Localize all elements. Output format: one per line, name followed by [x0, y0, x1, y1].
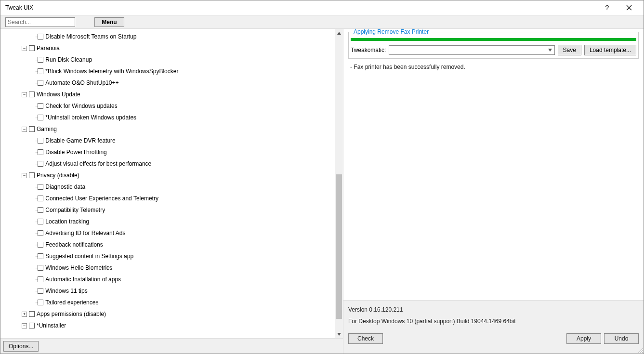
scroll-up-icon[interactable]: [335, 29, 343, 37]
save-button[interactable]: Save: [558, 45, 581, 55]
tree-item[interactable]: ···Compatibility Telemetry: [7, 204, 343, 216]
tree-item-label: Diagnostic data: [45, 184, 85, 190]
tweakomatic-combo[interactable]: [389, 45, 554, 55]
checkbox-icon[interactable]: [38, 138, 43, 144]
build-text: For Desktop Windows 10 (partial support)…: [348, 318, 639, 325]
checkbox-icon[interactable]: [29, 172, 35, 178]
tree-item[interactable]: ···Disable PowerThrottling: [7, 146, 343, 158]
checkbox-icon[interactable]: [38, 219, 43, 224]
expander-icon[interactable]: −: [22, 46, 27, 51]
checkbox-icon[interactable]: [38, 57, 43, 63]
detail-panel: Applying Remove Fax Printer Tweakomatic:…: [343, 29, 644, 354]
tree-item[interactable]: ···Windows Hello Biometrics: [7, 262, 343, 274]
checkbox-icon[interactable]: [29, 126, 35, 132]
tree-group[interactable]: −Windows Update: [7, 89, 343, 100]
checkbox-icon[interactable]: [29, 323, 35, 328]
tree-item-label: Paranoia: [37, 45, 60, 52]
tree-item-label: Windows Hello Biometrics: [45, 264, 112, 271]
check-button[interactable]: Check: [348, 333, 383, 344]
checkbox-icon[interactable]: [29, 92, 35, 97]
load-template-button[interactable]: Load template...: [584, 45, 636, 55]
tree-group[interactable]: +Apps permissions (disable): [7, 308, 343, 320]
tree-item[interactable]: ···Windows 11 tips: [7, 285, 343, 297]
vertical-scrollbar[interactable]: [335, 29, 343, 338]
tree-item[interactable]: ···Adjust visual effects for best perfor…: [7, 158, 343, 170]
expander-icon[interactable]: −: [22, 92, 27, 97]
resize-grip-icon[interactable]: [637, 347, 643, 353]
tree-item-label: Run Disk Cleanup: [45, 56, 92, 63]
expander-icon[interactable]: −: [22, 127, 27, 132]
checkbox-icon[interactable]: [38, 184, 43, 190]
search-input[interactable]: [5, 17, 75, 27]
tree-item-label: Disable Microsoft Teams on Startup: [45, 33, 136, 40]
tree-item-label: Adjust visual effects for best performan…: [45, 160, 151, 167]
checkbox-icon[interactable]: [38, 253, 43, 259]
expander-icon[interactable]: −: [22, 323, 27, 328]
scrollbar-thumb[interactable]: [336, 174, 342, 319]
tree-item[interactable]: ···*Block Windows telemetry with Windows…: [7, 66, 343, 77]
checkbox-icon[interactable]: [38, 149, 43, 155]
tree-item-label: Suggested content in Settings app: [45, 253, 133, 260]
tree-view[interactable]: ···Disable Microsoft Teams on Startup−Pa…: [0, 29, 343, 338]
tree-item[interactable]: ···Disable Microsoft Teams on Startup: [7, 31, 343, 42]
checkbox-icon[interactable]: [38, 34, 43, 39]
tree-item[interactable]: ···Check for Windows updates: [7, 100, 343, 112]
tree-item-label: Advertising ID for Relevant Ads: [45, 230, 125, 236]
checkbox-icon[interactable]: [38, 276, 43, 282]
checkbox-icon[interactable]: [38, 242, 43, 248]
checkbox-icon[interactable]: [38, 230, 43, 236]
progress-bar: [351, 38, 636, 41]
tree-item[interactable]: ···Location tracking: [7, 216, 343, 227]
tree-group[interactable]: −Paranoia: [7, 42, 343, 54]
tree-item[interactable]: ···Automatic Installation of apps: [7, 274, 343, 285]
options-button[interactable]: Options...: [3, 341, 39, 352]
tree-group[interactable]: −Privacy (disable): [7, 170, 343, 181]
tree-item-label: Privacy (disable): [37, 172, 79, 179]
checkbox-icon[interactable]: [38, 265, 43, 271]
scroll-down-icon[interactable]: [335, 330, 343, 338]
checkbox-icon[interactable]: [38, 196, 43, 201]
apply-fieldset: Applying Remove Fax Printer Tweakomatic:…: [348, 32, 639, 59]
toolbar: Menu: [0, 15, 644, 29]
checkbox-icon[interactable]: [38, 80, 43, 86]
checkbox-icon[interactable]: [29, 45, 35, 51]
tree-item[interactable]: ···Disable Game DVR feature: [7, 135, 343, 146]
expander-icon[interactable]: +: [22, 312, 27, 317]
tree-group[interactable]: −Gaming: [7, 123, 343, 135]
tree-item-label: Location tracking: [45, 218, 89, 225]
tree-item[interactable]: ···Tailored experiences: [7, 297, 343, 308]
apply-button[interactable]: Apply: [566, 333, 601, 344]
checkbox-icon[interactable]: [38, 300, 43, 305]
tree-item[interactable]: ···Feedback notifications: [7, 239, 343, 250]
checkbox-icon[interactable]: [29, 311, 35, 317]
tree-item[interactable]: ···Run Disk Cleanup: [7, 54, 343, 66]
undo-button[interactable]: Undo: [604, 333, 639, 344]
tree-item[interactable]: ···Diagnostic data: [7, 181, 343, 193]
tree-item-label: Feedback notifications: [45, 241, 103, 248]
close-button[interactable]: [618, 0, 640, 15]
tree-item[interactable]: ···Suggested content in Settings app: [7, 250, 343, 262]
tree-item-label: Windows 11 tips: [45, 288, 87, 294]
checkbox-icon[interactable]: [38, 161, 43, 167]
tree-item[interactable]: ···Advertising ID for Relevant Ads: [7, 227, 343, 239]
checkbox-icon[interactable]: [38, 68, 43, 74]
tree-item-label: Windows Update: [37, 91, 80, 98]
tree-item-label: Disable PowerThrottling: [45, 149, 106, 156]
tree-item[interactable]: ···Connected User Experiences and Teleme…: [7, 193, 343, 204]
expander-icon[interactable]: −: [22, 173, 27, 178]
log-output: - Fax printer has been successfully remo…: [348, 59, 639, 300]
menu-button[interactable]: Menu: [94, 17, 124, 27]
tree-item-label: Apps permissions (disable): [37, 311, 106, 317]
tree-item-label: *Uninstall broken Windows updates: [45, 114, 136, 121]
checkbox-icon[interactable]: [38, 207, 43, 213]
checkbox-icon[interactable]: [38, 115, 43, 120]
titlebar: Tweak UIX ?: [0, 0, 644, 15]
tree-group[interactable]: −*Uninstaller: [7, 320, 343, 331]
checkbox-icon[interactable]: [38, 288, 43, 294]
tree-item[interactable]: ···*Uninstall broken Windows updates: [7, 112, 343, 123]
tree-item-label: Automate O&O ShutUp10++: [45, 79, 118, 86]
tree-item[interactable]: ···Automate O&O ShutUp10++: [7, 77, 343, 89]
help-button[interactable]: ?: [596, 0, 618, 15]
window-title: Tweak UIX: [5, 4, 596, 11]
checkbox-icon[interactable]: [38, 103, 43, 109]
